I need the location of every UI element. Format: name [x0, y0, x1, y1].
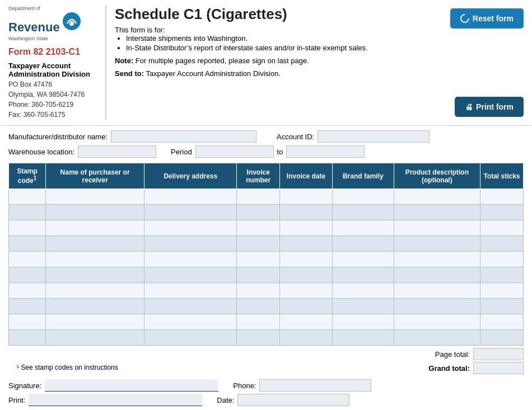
input-purchaser[interactable] [48, 253, 142, 266]
account-input[interactable] [318, 130, 430, 143]
cell-brand_family [332, 283, 394, 299]
grand-total-input[interactable] [473, 362, 524, 374]
input-total_sticks[interactable] [482, 253, 521, 266]
input-product_desc[interactable] [396, 237, 478, 250]
input-invoice_num[interactable] [239, 253, 278, 266]
input-brand_family[interactable] [334, 331, 392, 344]
input-brand_family[interactable] [334, 222, 392, 234]
input-product_desc[interactable] [396, 268, 478, 281]
input-purchaser[interactable] [48, 268, 142, 281]
input-invoice_num[interactable] [239, 268, 278, 281]
input-total_sticks[interactable] [482, 222, 521, 234]
input-total_sticks[interactable] [482, 190, 521, 203]
input-delivery[interactable] [146, 206, 235, 219]
page-total-input[interactable] [473, 348, 524, 360]
input-total_sticks[interactable] [482, 268, 521, 281]
input-stamp_code[interactable] [11, 331, 44, 344]
input-stamp_code[interactable] [11, 284, 44, 297]
action-buttons: Reset form 🖨 Print form [442, 6, 524, 120]
input-delivery[interactable] [146, 284, 235, 297]
input-product_desc[interactable] [396, 253, 478, 266]
input-invoice_num[interactable] [239, 315, 278, 328]
input-total_sticks[interactable] [482, 237, 521, 250]
input-stamp_code[interactable] [11, 190, 44, 203]
input-brand_family[interactable] [334, 237, 392, 250]
input-delivery[interactable] [146, 300, 235, 313]
input-invoice_num[interactable] [239, 222, 278, 234]
input-delivery[interactable] [146, 315, 235, 328]
input-invoice_date[interactable] [282, 268, 330, 281]
input-product_desc[interactable] [396, 315, 478, 328]
period-to-input[interactable] [286, 145, 365, 158]
input-invoice_date[interactable] [282, 190, 330, 203]
signature-section: Signature: Phone: Print: Date: [0, 376, 532, 410]
input-purchaser[interactable] [48, 284, 142, 297]
input-purchaser[interactable] [48, 331, 142, 344]
input-brand_family[interactable] [334, 268, 392, 281]
print-button[interactable]: 🖨 Print form [455, 97, 524, 117]
input-stamp_code[interactable] [11, 300, 44, 313]
input-brand_family[interactable] [334, 300, 392, 313]
input-delivery[interactable] [146, 331, 235, 344]
input-total_sticks[interactable] [482, 300, 521, 313]
input-brand_family[interactable] [334, 206, 392, 219]
input-delivery[interactable] [146, 237, 235, 250]
input-brand_family[interactable] [334, 190, 392, 203]
input-delivery[interactable] [146, 253, 235, 266]
table-row [9, 236, 524, 252]
input-purchaser[interactable] [48, 315, 142, 328]
input-delivery[interactable] [146, 190, 235, 203]
input-invoice_num[interactable] [239, 190, 278, 203]
input-invoice_num[interactable] [239, 331, 278, 344]
cell-stamp_code [9, 314, 46, 330]
input-invoice_date[interactable] [282, 284, 330, 297]
input-invoice_num[interactable] [239, 284, 278, 297]
input-invoice_date[interactable] [282, 253, 330, 266]
input-purchaser[interactable] [48, 300, 142, 313]
warehouse-input[interactable] [78, 145, 156, 158]
input-product_desc[interactable] [396, 284, 478, 297]
input-product_desc[interactable] [396, 300, 478, 313]
cell-delivery [144, 283, 237, 299]
input-delivery[interactable] [146, 268, 235, 281]
period-from-input[interactable] [195, 145, 274, 158]
input-total_sticks[interactable] [482, 206, 521, 219]
input-invoice_date[interactable] [282, 206, 330, 219]
input-invoice_date[interactable] [282, 331, 330, 344]
input-product_desc[interactable] [396, 206, 478, 219]
print-input[interactable] [29, 394, 202, 406]
input-product_desc[interactable] [396, 190, 478, 203]
input-purchaser[interactable] [48, 190, 142, 203]
input-invoice_num[interactable] [239, 237, 278, 250]
cell-product_desc [394, 267, 480, 283]
date-input[interactable] [237, 394, 349, 406]
input-stamp_code[interactable] [11, 315, 44, 328]
input-invoice_date[interactable] [282, 222, 330, 234]
input-purchaser[interactable] [48, 206, 142, 219]
input-invoice_num[interactable] [239, 300, 278, 313]
input-stamp_code[interactable] [11, 206, 44, 219]
reset-button[interactable]: Reset form [450, 8, 524, 29]
input-total_sticks[interactable] [482, 331, 521, 344]
input-product_desc[interactable] [396, 222, 478, 234]
input-stamp_code[interactable] [11, 253, 44, 266]
phone-input[interactable] [259, 379, 371, 392]
signature-input[interactable] [45, 379, 218, 392]
input-brand_family[interactable] [334, 284, 392, 297]
input-invoice_date[interactable] [282, 315, 330, 328]
input-stamp_code[interactable] [11, 268, 44, 281]
input-purchaser[interactable] [48, 237, 142, 250]
input-delivery[interactable] [146, 222, 235, 234]
input-invoice_date[interactable] [282, 237, 330, 250]
input-stamp_code[interactable] [11, 222, 44, 234]
input-purchaser[interactable] [48, 222, 142, 234]
mfr-input[interactable] [111, 130, 256, 143]
input-invoice_date[interactable] [282, 300, 330, 313]
input-brand_family[interactable] [334, 253, 392, 266]
input-product_desc[interactable] [396, 331, 478, 344]
input-stamp_code[interactable] [11, 237, 44, 250]
input-total_sticks[interactable] [482, 284, 521, 297]
input-total_sticks[interactable] [482, 315, 521, 328]
input-invoice_num[interactable] [239, 206, 278, 219]
input-brand_family[interactable] [334, 315, 392, 328]
